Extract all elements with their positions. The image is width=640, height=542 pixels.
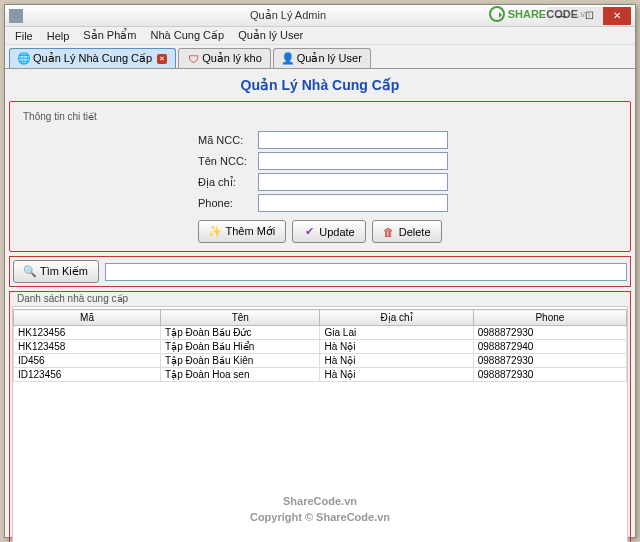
tab-label: Quản lý User [297, 52, 362, 65]
app-icon [9, 9, 23, 23]
close-button[interactable]: ✕ [603, 7, 631, 25]
menu-ncc[interactable]: Nhà Cung Cấp [145, 27, 231, 44]
cell-phone: 0988872940 [473, 340, 626, 354]
table-scroll[interactable]: Mã Tên Địa chỉ Phone HK123456Tập Đoàn Bầ… [12, 306, 628, 542]
col-ten[interactable]: Tên [161, 310, 320, 326]
update-icon: ✔ [303, 226, 315, 238]
menu-help[interactable]: Help [41, 28, 76, 44]
window-title: Quản Lý Admin [29, 9, 547, 22]
cell-ten: Tập Đoàn Hoa sen [161, 368, 320, 382]
fieldset-legend: Thông tin chi tiết [20, 111, 100, 122]
shield-icon: 🛡 [187, 53, 199, 65]
menu-user[interactable]: Quản lý User [232, 27, 309, 44]
col-phone[interactable]: Phone [473, 310, 626, 326]
search-row: 🔍 Tìm Kiếm [9, 256, 631, 287]
cell-ten: Tập Đoàn Bầu Đức [161, 326, 320, 340]
cell-phone: 0988872930 [473, 326, 626, 340]
search-input[interactable] [105, 263, 627, 281]
tab-close-icon[interactable]: ✕ [157, 54, 167, 64]
content-area: Quản Lý Nhà Cung Cấp Thông tin chi tiết … [5, 69, 635, 542]
cell-diachi: Hà Nội [320, 340, 473, 354]
input-ma[interactable] [258, 131, 448, 149]
user-icon: 👤 [282, 53, 294, 65]
tab-bar: 🌐 Quản Lý Nhà Cung Cấp ✕ 🛡 Quản lý kho 👤… [5, 45, 635, 69]
table-row[interactable]: HK123458Tập Đoàn Bầu HiểnHà Nội098887294… [14, 340, 627, 354]
list-fieldset: Danh sách nhà cung cấp Mã Tên Địa chỉ Ph… [9, 291, 631, 542]
cell-phone: 0988872930 [473, 368, 626, 382]
add-icon: ✨ [209, 226, 221, 238]
cell-ma: ID456 [14, 354, 161, 368]
search-button[interactable]: 🔍 Tìm Kiếm [13, 260, 99, 283]
btn-label: Thêm Mới [225, 225, 275, 238]
btn-label: Delete [399, 226, 431, 238]
minimize-button[interactable]: — [547, 7, 575, 25]
menu-file[interactable]: File [9, 28, 39, 44]
table-row[interactable]: ID456Tập Đoàn Bầu KiênHà Nội0988872930 [14, 354, 627, 368]
tab-label: Quản Lý Nhà Cung Cấp [33, 52, 152, 65]
tab-ncc[interactable]: 🌐 Quản Lý Nhà Cung Cấp ✕ [9, 48, 176, 68]
tab-label: Quản lý kho [202, 52, 262, 65]
cell-ma: HK123458 [14, 340, 161, 354]
data-table: Mã Tên Địa chỉ Phone HK123456Tập Đoàn Bầ… [13, 309, 627, 382]
globe-icon: 🌐 [18, 53, 30, 65]
app-window: Quản Lý Admin — ☐ ✕ File Help Sản Phẩm N… [4, 4, 636, 538]
label-phone: Phone: [198, 197, 258, 209]
label-ten: Tên NCC: [198, 155, 258, 167]
titlebar: Quản Lý Admin — ☐ ✕ [5, 5, 635, 27]
search-icon: 🔍 [24, 266, 36, 278]
cell-ma: ID123456 [14, 368, 161, 382]
tab-user[interactable]: 👤 Quản lý User [273, 48, 371, 68]
menubar: File Help Sản Phẩm Nhà Cung Cấp Quản lý … [5, 27, 635, 45]
cell-diachi: Hà Nội [320, 368, 473, 382]
table-row[interactable]: HK123456Tập Đoàn Bầu ĐứcGia Lai098887293… [14, 326, 627, 340]
cell-ten: Tập Đoàn Bầu Kiên [161, 354, 320, 368]
page-title: Quản Lý Nhà Cung Cấp [9, 73, 631, 101]
cell-ma: HK123456 [14, 326, 161, 340]
add-button[interactable]: ✨ Thêm Mới [198, 220, 286, 243]
cell-diachi: Hà Nội [320, 354, 473, 368]
maximize-button[interactable]: ☐ [575, 7, 603, 25]
col-diachi[interactable]: Địa chỉ [320, 310, 473, 326]
cell-diachi: Gia Lai [320, 326, 473, 340]
cell-ten: Tập Đoàn Bầu Hiển [161, 340, 320, 354]
table-header-row: Mã Tên Địa chỉ Phone [14, 310, 627, 326]
label-diachi: Địa chỉ: [198, 176, 258, 189]
delete-button[interactable]: 🗑 Delete [372, 220, 442, 243]
btn-label: Update [319, 226, 354, 238]
detail-fieldset: Thông tin chi tiết Mã NCC: Tên NCC: Địa … [9, 101, 631, 252]
label-ma: Mã NCC: [198, 134, 258, 146]
input-phone[interactable] [258, 194, 448, 212]
menu-sanpham[interactable]: Sản Phẩm [77, 27, 142, 44]
button-row: ✨ Thêm Mới ✔ Update 🗑 Delete [18, 220, 622, 243]
col-ma[interactable]: Mã [14, 310, 161, 326]
fieldset-legend: Danh sách nhà cung cấp [14, 293, 131, 304]
delete-icon: 🗑 [383, 226, 395, 238]
input-diachi[interactable] [258, 173, 448, 191]
tab-kho[interactable]: 🛡 Quản lý kho [178, 48, 271, 68]
update-button[interactable]: ✔ Update [292, 220, 365, 243]
input-ten[interactable] [258, 152, 448, 170]
btn-label: Tìm Kiếm [40, 265, 88, 278]
table-row[interactable]: ID123456Tập Đoàn Hoa senHà Nội0988872930 [14, 368, 627, 382]
cell-phone: 0988872930 [473, 354, 626, 368]
